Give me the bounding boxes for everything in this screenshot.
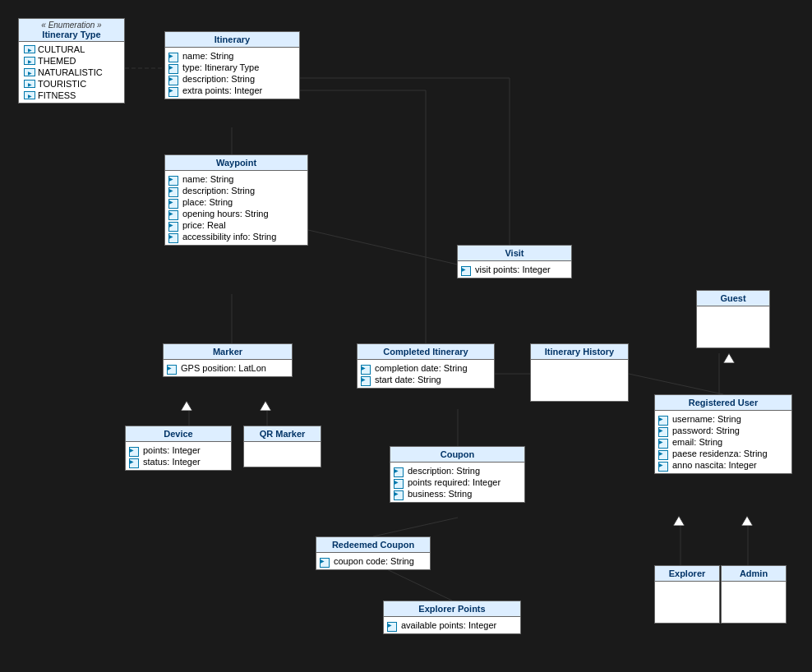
class-explorer-body: [655, 582, 719, 623]
class-marker-header: Marker: [164, 344, 292, 360]
class-explorer-points-header: Explorer Points: [384, 601, 520, 617]
attr-icon: [658, 449, 670, 458]
svg-line-12: [373, 518, 458, 536]
attr-label: price: Real: [182, 220, 226, 230]
class-itinerary: Itinerary name: String type: Itinerary T…: [164, 31, 300, 99]
class-redeemed-coupon: Redeemed Coupon coupon code: String: [316, 536, 431, 570]
class-explorer-header: Explorer: [655, 566, 719, 582]
enum-stereotype: « Enumeration »: [24, 21, 119, 30]
attr-icon: [168, 86, 180, 94]
class-marker: Marker GPS position: LatLon: [163, 343, 293, 377]
attr-icon: [168, 209, 180, 218]
attr-label: password: String: [672, 426, 740, 435]
attr-label: visit points: Integer: [475, 265, 551, 274]
attr-label: coupon code: String: [334, 556, 414, 566]
class-device-header: Device: [126, 426, 231, 442]
attr-password: password: String: [658, 425, 788, 436]
attr-email: email: String: [658, 436, 788, 448]
class-registered-header: Registered User: [655, 395, 791, 411]
class-itinerary-body: name: String type: Itinerary Type descri…: [165, 48, 299, 99]
attr-label: status: Integer: [143, 457, 201, 467]
explorer-inheritance-marker: [673, 516, 685, 526]
attr-visit-points: visit points: Integer: [461, 264, 568, 275]
attr-coupon-pts: points required: Integer: [394, 476, 521, 488]
class-waypoint-header: Waypoint: [165, 155, 307, 171]
attr-gps: GPS position: LatLon: [167, 362, 288, 374]
attr-icon: [168, 186, 180, 195]
enum-label-fitness: FITNESS: [38, 90, 76, 100]
attr-wdesc: description: String: [168, 185, 304, 196]
attr-dev-status: status: Integer: [129, 456, 228, 467]
class-registered-user: Registered User username: String passwor…: [654, 394, 792, 474]
enum-header: « Enumeration » Itinerary Type: [19, 19, 124, 42]
attr-icon: [168, 232, 180, 241]
class-visit: Visit visit points: Integer: [457, 245, 572, 278]
attr-label: place: String: [182, 197, 233, 207]
device-inheritance-marker: [181, 401, 192, 411]
class-itinerary-history: Itinerary History: [530, 343, 629, 402]
attr-label: name: String: [182, 174, 233, 184]
attr-icon: [129, 446, 141, 454]
attr-icon: [387, 621, 399, 629]
class-admin-body: [722, 582, 786, 623]
attr-icon: [394, 478, 405, 486]
class-completed-itinerary: Completed Itinerary completion date: Str…: [357, 343, 495, 389]
attr-icon: [658, 438, 670, 446]
svg-line-9: [629, 374, 723, 394]
enum-body: ▶ CULTURAL ▶ THEMED ▶ NATURALISTIC ▶ TOU…: [19, 42, 124, 103]
attr-start-date: start date: String: [361, 374, 491, 385]
attr-icon: [361, 364, 372, 372]
attr-icon: [461, 265, 473, 274]
attr-wname: name: String: [168, 173, 304, 185]
attr-icon: [658, 461, 670, 469]
attr-label: points: Integer: [143, 445, 201, 455]
class-completed-body: completion date: String start date: Stri…: [358, 360, 494, 388]
class-explorer-points-body: available points: Integer: [384, 617, 520, 633]
enum-item-cultural: ▶ CULTURAL: [24, 44, 119, 55]
attr-icon: [394, 490, 405, 498]
attr-wopening: opening hours: String: [168, 208, 304, 219]
attr-label: name: String: [182, 51, 233, 61]
attr-coupon-code: coupon code: String: [320, 555, 427, 567]
attr-label: extra points: Integer: [182, 85, 262, 95]
attr-extra-points: extra points: Integer: [168, 85, 296, 96]
attr-icon: [394, 467, 405, 475]
class-registered-body: username: String password: String email:…: [655, 411, 791, 473]
diagram-canvas: « Enumeration » Itinerary Type ▶ CULTURA…: [0, 0, 812, 672]
class-itinerary-header: Itinerary: [165, 32, 299, 48]
class-guest: Guest: [696, 290, 770, 348]
attr-label: opening hours: String: [182, 209, 269, 219]
enum-title: Itinerary Type: [24, 30, 119, 39]
enum-label-naturalistic: NATURALISTIC: [38, 67, 103, 77]
enum-icon: ▶: [24, 91, 35, 99]
attr-icon: [168, 175, 180, 183]
class-qr-marker-header: QR Marker: [244, 426, 321, 442]
attr-label: description: String: [182, 74, 255, 84]
attr-icon: [168, 63, 180, 71]
svg-marker-18: [723, 353, 735, 363]
attr-icon: [658, 415, 670, 423]
class-history-body: [531, 360, 628, 401]
attr-comp-date: completion date: String: [361, 362, 491, 374]
class-visit-body: visit points: Integer: [458, 261, 571, 278]
attr-label: business: String: [408, 489, 472, 499]
attr-label: username: String: [672, 414, 741, 424]
enum-item-fitness: ▶ FITNESS: [24, 90, 119, 101]
attr-wprice: price: Real: [168, 219, 304, 231]
class-explorer: Explorer: [654, 565, 720, 624]
class-device: Device points: Integer status: Integer: [125, 426, 232, 471]
attr-label: paese residenza: String: [672, 449, 768, 458]
attr-icon: [168, 52, 180, 60]
class-coupon: Coupon description: String points requir…: [390, 446, 525, 503]
enum-icon: ▶: [24, 80, 35, 88]
attr-icon: [129, 458, 141, 466]
attr-label: description: String: [182, 186, 255, 196]
class-device-body: points: Integer status: Integer: [126, 442, 231, 470]
attr-coupon-biz: business: String: [394, 488, 521, 499]
enum-icon: ▶: [24, 45, 35, 53]
class-redeemed-body: coupon code: String: [316, 553, 430, 569]
enum-item-themed: ▶ THEMED: [24, 55, 119, 67]
class-qr-marker-body: [244, 442, 321, 467]
attr-label: anno nascita: Integer: [672, 460, 757, 470]
attr-label: start date: String: [375, 375, 441, 384]
